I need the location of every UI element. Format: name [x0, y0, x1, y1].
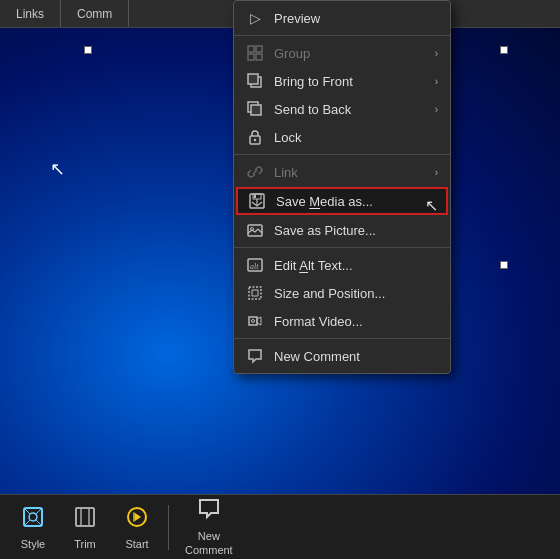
link-icon [246, 163, 264, 181]
menu-item-new-comment[interactable]: New Comment [234, 342, 450, 370]
menu-item-link: Link › [234, 158, 450, 186]
ribbon-separator [168, 505, 169, 550]
menu-label-preview: Preview [274, 11, 438, 26]
comment-ribbon-icon [197, 497, 221, 526]
menu-item-preview[interactable]: ▷ Preview [234, 4, 450, 32]
svg-rect-13 [248, 74, 258, 84]
selection-handle-tl [84, 46, 92, 54]
toolbar-tab-links[interactable]: Links [0, 0, 61, 27]
ribbon: Style Trim Start NewComment [0, 494, 560, 559]
new-comment-icon [246, 347, 264, 365]
mouse-cursor: ↖ [50, 158, 65, 180]
format-video-icon [246, 312, 264, 330]
menu-label-edit-alt: Edit Alt Text... [274, 258, 438, 273]
selection-handle-tr [500, 46, 508, 54]
cursor-near-save: ↖ [425, 196, 438, 215]
link-arrow: › [435, 167, 438, 178]
ribbon-item-style[interactable]: Style [8, 501, 58, 554]
preview-icon: ▷ [246, 9, 264, 27]
svg-point-17 [254, 139, 256, 141]
new-comment-ribbon-label: NewComment [185, 530, 233, 556]
separator-2 [234, 154, 450, 155]
lock-icon [246, 128, 264, 146]
menu-label-new-comment: New Comment [274, 349, 438, 364]
context-menu: ▷ Preview Group › Bring to Front › [233, 0, 451, 374]
style-label: Style [21, 538, 45, 550]
separator-4 [234, 338, 450, 339]
menu-item-group: Group › [234, 39, 450, 67]
tab-comm-label: Comm [77, 7, 112, 21]
menu-item-save-picture[interactable]: Save as Picture... [234, 216, 450, 244]
separator-3 [234, 247, 450, 248]
svg-rect-15 [251, 105, 261, 115]
save-media-icon [248, 192, 266, 210]
svg-point-29 [29, 513, 37, 521]
menu-label-link: Link [274, 165, 425, 180]
save-picture-icon [246, 221, 264, 239]
style-icon [21, 505, 45, 534]
send-to-back-icon [246, 100, 264, 118]
svg-rect-30 [76, 508, 94, 526]
menu-item-bring-to-front[interactable]: Bring to Front › [234, 67, 450, 95]
menu-label-save-picture: Save as Picture... [274, 223, 438, 238]
svg-text:alt: alt [250, 262, 259, 271]
svg-rect-26 [249, 287, 261, 299]
toolbar-tab-comm[interactable]: Comm [61, 0, 129, 27]
menu-label-save-media: Save Media as... [276, 194, 436, 209]
menu-label-format-video: Format Video... [274, 314, 438, 329]
ribbon-item-start[interactable]: Start [112, 501, 162, 554]
menu-item-lock[interactable]: Lock [234, 123, 450, 151]
tab-links-label: Links [16, 7, 44, 21]
menu-label-size-position: Size and Position... [274, 286, 438, 301]
svg-rect-20 [254, 195, 256, 198]
menu-item-save-media[interactable]: Save Media as... ↖ [236, 187, 448, 215]
menu-item-format-video[interactable]: Format Video... [234, 307, 450, 335]
menu-label-lock: Lock [274, 130, 438, 145]
menu-item-send-to-back[interactable]: Send to Back › [234, 95, 450, 123]
trim-icon [73, 505, 97, 534]
ribbon-item-new-comment[interactable]: NewComment [175, 493, 243, 559]
svg-point-27 [252, 320, 255, 323]
send-to-back-arrow: › [435, 104, 438, 115]
size-position-icon [246, 284, 264, 302]
svg-rect-9 [256, 46, 262, 52]
start-label: Start [125, 538, 148, 550]
selection-handle-mr [500, 261, 508, 269]
menu-item-size-position[interactable]: Size and Position... [234, 279, 450, 307]
menu-label-bring-to-front: Bring to Front [274, 74, 425, 89]
svg-rect-11 [256, 54, 262, 60]
menu-label-send-to-back: Send to Back [274, 102, 425, 117]
start-icon [125, 505, 149, 534]
menu-label-group: Group [274, 46, 425, 61]
bring-to-front-arrow: › [435, 76, 438, 87]
svg-rect-8 [248, 46, 254, 52]
group-icon [246, 44, 264, 62]
menu-item-edit-alt[interactable]: alt Edit Alt Text... [234, 251, 450, 279]
trim-label: Trim [74, 538, 96, 550]
bring-to-front-icon [246, 72, 264, 90]
ribbon-item-trim[interactable]: Trim [60, 501, 110, 554]
group-arrow: › [435, 48, 438, 59]
edit-alt-icon: alt [246, 256, 264, 274]
svg-rect-10 [248, 54, 254, 60]
separator-1 [234, 35, 450, 36]
